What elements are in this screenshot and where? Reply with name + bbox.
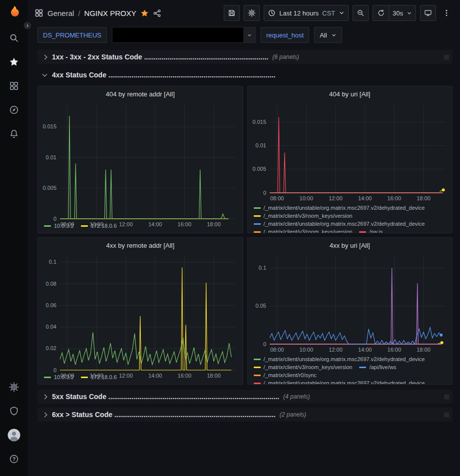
toolbar: Last 12 hours CST 30s	[224, 5, 453, 21]
star-icon	[9, 57, 19, 67]
legend-item[interactable]: /api/live/ws	[359, 363, 396, 371]
cycle-view-mode-button[interactable]	[420, 5, 436, 21]
datasource-variable-select[interactable]	[112, 27, 256, 43]
svg-text:16:00: 16:00	[387, 347, 401, 353]
time-series-chart[interactable]: 08:0010:0012:0014:0016:0018:0000.0050.01…	[38, 101, 243, 221]
gear-icon	[248, 9, 256, 17]
chevron-right-icon	[42, 394, 47, 399]
legend-label: /_matrix/client/unstable/org.matrix.msc2…	[264, 379, 425, 384]
svg-text:0.08: 0.08	[46, 281, 56, 287]
svg-text:12:00: 12:00	[329, 347, 343, 353]
row-title: 6xx > Status Code ......................…	[52, 411, 276, 419]
legend-item[interactable]: /_matrix/client/r0/sync	[254, 371, 317, 379]
row-1xx-3xx-2xx[interactable]: 1xx - 3xx - 2xx Status Code ............…	[37, 50, 453, 64]
request-host-variable-label[interactable]: request_host	[261, 27, 309, 43]
time-range-picker[interactable]: Last 12 hours CST	[264, 5, 349, 21]
zoom-out-time-button[interactable]	[353, 5, 369, 21]
sidebar-expand-button[interactable]: ›	[23, 21, 32, 30]
panel-title[interactable]: 4xx by remote addr [All]	[38, 238, 243, 253]
breadcrumb-folder[interactable]: General	[47, 9, 74, 17]
refresh-button[interactable]	[373, 5, 389, 21]
dashboard-settings-button[interactable]	[244, 5, 260, 21]
legend-item[interactable]: /_matrix/client/v3/room_keys/version	[254, 228, 353, 233]
svg-text:0.06: 0.06	[46, 302, 56, 308]
legend-item[interactable]: 172.18.0.6	[81, 373, 117, 381]
svg-text:14:00: 14:00	[358, 195, 372, 201]
series-color-swatch	[254, 223, 261, 225]
series-color-swatch	[254, 359, 261, 360]
series-color-swatch	[254, 383, 261, 384]
time-series-plot[interactable]: 08:0010:0012:0014:0016:0018:0000.0050.01…	[248, 101, 453, 203]
search-button[interactable]	[4, 28, 24, 48]
refresh-interval-dropdown[interactable]: 30s	[389, 5, 416, 21]
legend-item[interactable]: /_matrix/client/unstable/org.matrix.msc2…	[254, 355, 425, 363]
chevron-down-icon	[243, 27, 255, 42]
svg-text:0.04: 0.04	[46, 324, 56, 330]
row-6xx[interactable]: 6xx > Status Code ......................…	[37, 408, 453, 422]
legend-label: /_matrix/client/unstable/org.matrix.msc2…	[264, 204, 425, 212]
legend-item[interactable]: 10.0.3.2	[44, 222, 74, 230]
time-series-chart[interactable]: 08:0010:0012:0014:0016:0018:0000.0050.01…	[248, 101, 453, 203]
legend-item[interactable]: /_matrix/client/v3/room_keys/version	[254, 212, 353, 220]
svg-text:0.005: 0.005	[42, 185, 56, 191]
breadcrumb-dashboard-title[interactable]: NGINX PROXY	[84, 9, 136, 17]
compass-icon	[9, 105, 19, 115]
panel-title[interactable]: 404 by uri [All]	[248, 86, 453, 101]
request-host-variable-select[interactable]: All	[314, 27, 342, 43]
svg-text:0.1: 0.1	[49, 259, 56, 265]
dashboard-body: 1xx - 3xx - 2xx Status Code ............…	[27, 47, 460, 476]
time-series-plot[interactable]: 08:0010:0012:0014:0016:0018:0000.0050.01…	[38, 101, 243, 229]
svg-text:0.1: 0.1	[258, 265, 266, 271]
configuration-button[interactable]	[4, 377, 24, 397]
panel-legend: 10.0.3.2172.18.0.6	[38, 372, 243, 384]
legend-item[interactable]: 172.18.0.6	[81, 222, 117, 230]
legend-label: /_matrix/client/unstable/org.matrix.msc2…	[264, 220, 425, 228]
row-4xx[interactable]: 4xx Status Code ........................…	[37, 68, 453, 82]
legend-label: /_matrix/client/v3/room_keys/version	[264, 363, 353, 371]
grafana-logo[interactable]	[6, 5, 21, 20]
server-admin-button[interactable]	[4, 401, 24, 421]
panel-4xx-by-remote-addr: 4xx by remote addr [All] 08:0010:0012:00…	[37, 237, 243, 385]
row-drag-handle[interactable]: ⣿⣿	[444, 412, 450, 417]
datasource-variable-label[interactable]: DS_PROMETHEUS	[37, 27, 107, 43]
svg-text:0.01: 0.01	[255, 142, 266, 148]
legend-item[interactable]: /sw.js	[359, 228, 383, 233]
panel-title[interactable]: 404 by remote addr [All]	[38, 86, 243, 101]
explore-button[interactable]	[4, 100, 24, 120]
main-area: General / NGINX PROXY Last 12 hours CST	[27, 0, 460, 476]
apps-grid-icon[interactable]	[34, 8, 43, 17]
row-5xx[interactable]: 5xx Status Code ........................…	[37, 390, 453, 404]
time-series-chart[interactable]: 08:0010:0012:0014:0016:0018:0000.050.1	[248, 253, 453, 354]
dashboard-header: General / NGINX PROXY Last 12 hours CST	[27, 0, 460, 26]
series-color-swatch	[254, 375, 261, 376]
row-drag-handle[interactable]: ⣿⣿	[444, 54, 450, 59]
panel-404-by-remote-addr: 404 by remote addr [All] 08:0010:0012:00…	[37, 86, 243, 233]
series-color-swatch	[81, 377, 88, 378]
time-series-plot[interactable]: 08:0010:0012:0014:0016:0018:0000.050.1	[248, 253, 453, 354]
svg-text:16:00: 16:00	[387, 195, 401, 201]
avatar	[7, 429, 20, 442]
panel-title[interactable]: 4xx by uri [All]	[248, 238, 453, 253]
profile-button[interactable]	[4, 425, 24, 445]
svg-text:18:00: 18:00	[417, 347, 431, 353]
save-dashboard-button[interactable]	[224, 5, 240, 21]
alerting-button[interactable]	[4, 124, 24, 144]
help-button[interactable]: ?	[4, 449, 24, 469]
starred-dashboards-button[interactable]	[4, 52, 24, 72]
more-options-button[interactable]	[440, 5, 453, 21]
svg-text:0.01: 0.01	[46, 154, 56, 160]
favorite-star-icon[interactable]	[140, 9, 149, 17]
refresh-interval-label: 30s	[393, 9, 403, 17]
legend-item[interactable]: /_matrix/client/unstable/org.matrix.msc2…	[254, 204, 425, 212]
legend-item[interactable]: /_matrix/client/unstable/org.matrix.msc2…	[254, 220, 425, 228]
series-color-swatch	[359, 367, 366, 368]
legend-item[interactable]: /_matrix/client/unstable/org.matrix.msc2…	[254, 379, 425, 384]
legend-item[interactable]: /_matrix/client/v3/room_keys/version	[254, 363, 353, 371]
dashboards-button[interactable]	[4, 76, 24, 96]
legend-item[interactable]: 10.0.3.2	[44, 373, 74, 381]
row-drag-handle[interactable]: ⣿⣿	[444, 394, 450, 399]
share-icon[interactable]	[153, 9, 161, 17]
svg-text:18:00: 18:00	[417, 195, 431, 201]
time-series-chart[interactable]: 08:0010:0012:0014:0016:0018:0000.020.040…	[38, 253, 243, 372]
time-series-plot[interactable]: 08:0010:0012:0014:0016:0018:0000.020.040…	[38, 253, 243, 380]
